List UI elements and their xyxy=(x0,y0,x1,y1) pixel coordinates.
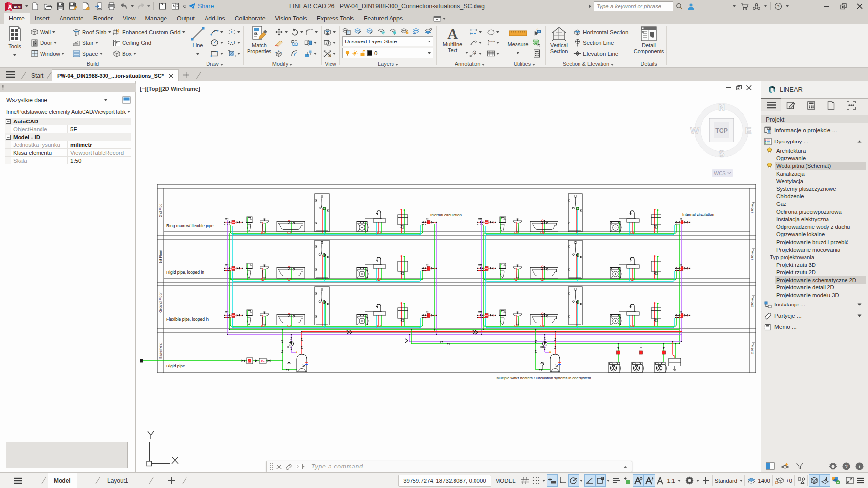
collapse-up-icon[interactable] xyxy=(857,140,862,143)
autoscale-toggle[interactable] xyxy=(622,474,633,487)
circle-button[interactable] xyxy=(210,38,223,48)
tree-item-ochrona[interactable]: Ochrona przeciwpożarowa xyxy=(764,208,866,216)
workspace-gear-button[interactable] xyxy=(684,474,695,487)
annotation-visibility-toggle[interactable] xyxy=(611,474,622,487)
apps-caret[interactable] xyxy=(762,0,769,12)
dynamic-input-toggle[interactable] xyxy=(547,474,558,487)
erase-button[interactable] xyxy=(275,38,283,48)
ribbon-tab-annotate[interactable]: Annotate xyxy=(55,13,88,24)
space-button[interactable]: Space xyxy=(72,48,103,59)
restore-button[interactable] xyxy=(835,0,851,13)
osnap-toggle[interactable] xyxy=(595,474,606,487)
multiline-text-button[interactable]: A MultilineText xyxy=(440,26,465,53)
settings-gear-icon[interactable] xyxy=(829,462,837,470)
layer-properties-icon[interactable] xyxy=(342,27,351,35)
app-logo-arc[interactable]: A ARC xyxy=(4,1,24,12)
property-row-jednostka[interactable]: Jednostka rysunku milimetr xyxy=(5,141,131,149)
grid-column-divider[interactable] xyxy=(68,164,68,441)
ceiling-grid-button[interactable]: Ceiling Grid xyxy=(112,38,151,48)
command-wrench-icon[interactable] xyxy=(285,463,292,470)
section-line-button[interactable]: Section Line xyxy=(573,38,614,48)
workspace-combo[interactable]: Standard xyxy=(714,474,739,487)
close-button[interactable] xyxy=(851,0,868,13)
clean-screen-button[interactable] xyxy=(844,474,855,487)
box-button[interactable]: Box xyxy=(112,48,136,59)
hatch-display-toggle[interactable] xyxy=(809,474,820,487)
details-panel-label[interactable]: Details xyxy=(631,61,666,67)
collapse-down-icon[interactable] xyxy=(857,303,862,306)
build-panel-label[interactable]: Build xyxy=(0,61,186,67)
layer-freeze-icon[interactable] xyxy=(377,27,386,35)
save-button[interactable] xyxy=(55,1,66,12)
app-logo-caret[interactable] xyxy=(25,5,28,7)
panel-dock-icon[interactable] xyxy=(122,96,131,104)
tree-item-architektura[interactable]: Architektura xyxy=(764,147,866,155)
layer-lock-icon[interactable] xyxy=(401,27,409,35)
linear-tab-menu[interactable] xyxy=(761,98,781,111)
view-cube[interactable]: N W E S TOP xyxy=(690,100,753,163)
ellipse-button[interactable] xyxy=(227,38,240,48)
text-style-button[interactable]: 09-A xyxy=(487,38,499,48)
redo-caret[interactable] xyxy=(147,5,150,7)
ribbon-tab-collaborate[interactable]: Collaborate xyxy=(230,13,270,24)
workspace-caret[interactable] xyxy=(695,474,701,487)
tree-item-disciplines[interactable]: Dyscypliny ... xyxy=(764,136,866,147)
file-tabs-menu-icon[interactable] xyxy=(6,70,16,79)
linear-tab-document[interactable] xyxy=(821,99,841,112)
annotation-scale-sync-toggle[interactable] xyxy=(644,474,655,487)
drawing-canvas[interactable]: Pa 2nd Floor 1st Floor Ground Floor Base… xyxy=(136,81,761,472)
tree-item-wentylacja[interactable]: Wentylacja xyxy=(764,177,866,185)
quick-select-button[interactable] xyxy=(533,38,541,48)
info-circle-icon[interactable]: i xyxy=(855,462,864,470)
viewcube-north[interactable]: N xyxy=(718,102,725,113)
visual-styles-button[interactable] xyxy=(323,38,336,48)
measure-button[interactable]: Measure xyxy=(505,26,531,56)
snap-caret[interactable] xyxy=(541,474,547,487)
sync-status-button[interactable] xyxy=(830,474,842,487)
panel-layout-icon[interactable] xyxy=(766,462,775,470)
command-expand-icon[interactable] xyxy=(623,465,628,468)
copy-button[interactable] xyxy=(290,38,299,48)
quick-calc-button[interactable] xyxy=(533,48,541,59)
dimension-button[interactable] xyxy=(469,27,482,37)
property-row-objecthandle[interactable]: ObjectHandle 5F xyxy=(5,125,131,133)
elevation-line-button[interactable]: Elevation Line xyxy=(573,48,618,59)
print-button[interactable] xyxy=(105,1,117,12)
annotation-single-toggle[interactable] xyxy=(655,474,666,487)
osnap-caret[interactable] xyxy=(606,474,611,487)
ribbon-tab-insert[interactable]: Insert xyxy=(30,13,55,24)
layer-current-icon[interactable] xyxy=(424,27,433,35)
tree-item-project-info[interactable]: Informacje o projekcie ... xyxy=(764,124,866,136)
linear-tab-calculator[interactable] xyxy=(801,99,821,112)
plot-sheet-button[interactable] xyxy=(80,1,92,12)
tree-item-proj-detali-2d[interactable]: Projektowanie detali 2D xyxy=(764,284,866,292)
arc-button[interactable] xyxy=(210,27,223,37)
open-file-button[interactable] xyxy=(42,1,54,12)
point-button[interactable] xyxy=(227,27,240,37)
viewport-minimize-icon[interactable] xyxy=(726,85,731,90)
model-space-button[interactable]: MODEL xyxy=(491,474,520,487)
tree-item-systemy[interactable]: Systemy płaszczyznowe xyxy=(764,185,866,193)
layer-match-icon[interactable] xyxy=(413,27,421,35)
property-row-skala[interactable]: Skala 1:50 xyxy=(5,157,131,164)
enhanced-custom-grid-button[interactable]: Enhanced Custom Grid xyxy=(112,27,185,37)
ribbon-tab-expresstools[interactable]: Express Tools xyxy=(312,13,359,24)
ribbon-tab-featuredapps[interactable]: Featured Apps xyxy=(359,13,408,24)
viewcube-top-label[interactable]: TOP xyxy=(715,127,727,134)
ribbon-tab-addins[interactable]: Add-ins xyxy=(200,13,230,24)
layer-state-combo[interactable]: Unsaved Layer State xyxy=(342,36,433,46)
palette-header[interactable] xyxy=(0,83,136,92)
tools-button[interactable]: Tools xyxy=(3,26,26,58)
tree-item-ogrzewanie[interactable]: Ogrzewanie xyxy=(764,155,866,163)
model-tab[interactable]: Model xyxy=(48,473,77,488)
named-views-button[interactable] xyxy=(323,48,336,59)
vertical-section-button[interactable]: VerticalSection xyxy=(547,26,571,54)
command-grip-icon[interactable] xyxy=(270,463,273,470)
tag-button[interactable]: 1 xyxy=(469,48,482,59)
table-button[interactable] xyxy=(487,48,499,59)
help-icon[interactable]: ? xyxy=(772,0,784,12)
line-button[interactable]: Line xyxy=(187,26,208,57)
tree-item-elektryczna[interactable]: Instalacja elektryczna xyxy=(764,215,866,223)
data-filter-caret[interactable] xyxy=(104,99,107,101)
layers-flash-icon[interactable] xyxy=(781,462,790,470)
